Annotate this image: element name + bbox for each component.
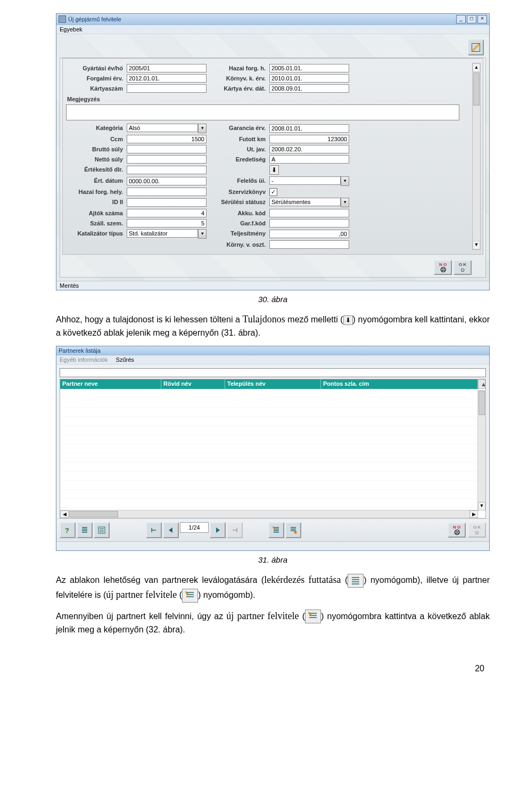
field-kartya-erv[interactable] [269, 84, 349, 93]
scrollbar-left-icon[interactable]: ◀ [60, 510, 69, 518]
menu-szures[interactable]: Szűrés [116, 356, 134, 363]
prev-page-button[interactable] [163, 522, 179, 538]
scrollbar-down-icon[interactable]: ▼ [478, 502, 485, 510]
field-hazaiforg-hely[interactable] [127, 188, 207, 196]
window-maximize[interactable]: □ [467, 15, 476, 23]
field-serulesi[interactable] [269, 198, 341, 206]
label-ertdlr: Értékesítő dlr. [66, 165, 125, 175]
scrollbar-thumb[interactable] [479, 391, 485, 415]
window-title: Új gépjármű felvitele [68, 16, 121, 22]
svg-point-2 [294, 531, 297, 534]
svg-text:?: ? [65, 526, 69, 534]
action-reference-lekerdezes: lekérdezés futtatása [264, 574, 341, 585]
field-ertdatum[interactable] [127, 177, 207, 185]
field-kartyaszam[interactable] [127, 84, 207, 93]
scrollbar-thumb[interactable] [473, 72, 480, 105]
cancel-button[interactable]: N O☹ [448, 523, 466, 538]
chevron-down-icon[interactable]: ▾ [341, 198, 349, 207]
field-id2[interactable] [127, 198, 207, 207]
pager-display: 1/24 [180, 522, 209, 533]
field-ccm[interactable] [127, 135, 207, 143]
chevron-down-icon[interactable]: ▾ [198, 229, 207, 239]
window-close[interactable]: × [477, 15, 487, 23]
checkbox-szervizkonyv[interactable]: ✓ [269, 188, 277, 196]
col-telepules[interactable]: Település név [225, 379, 321, 389]
scrollbar-right-icon[interactable]: ▶ [469, 510, 478, 518]
window-minimize[interactable]: _ [456, 15, 466, 23]
dropdown-lookup-icon: ⬇ [343, 315, 353, 325]
col-pontos-szla[interactable]: Pontos szla. cím [321, 379, 478, 389]
toolbar [60, 37, 486, 58]
edit-partner-button[interactable] [285, 522, 301, 538]
field-hazai-forg-h[interactable] [269, 64, 349, 72]
menu-egyebek[interactable]: Egyebek [60, 26, 83, 33]
window-titlebar[interactable]: Partnerek listája [56, 346, 489, 355]
field-gyartasi[interactable] [127, 64, 207, 72]
field-felelos[interactable] [269, 176, 341, 185]
smile-face-icon: ☺ [459, 267, 465, 273]
field-reference-tulajdonos: Tulajdonos [242, 314, 285, 324]
table-header: Partner neve Rövid név Település név Pon… [60, 379, 485, 389]
field-teljes[interactable] [269, 230, 349, 238]
field-katal[interactable] [127, 229, 198, 238]
window-title: Partnerek listája [59, 347, 101, 354]
field-garancia[interactable] [269, 124, 349, 133]
label-kornyosz: Körny. v. oszt. [209, 240, 267, 249]
chevron-down-icon[interactable]: ▾ [341, 176, 349, 186]
help-button[interactable]: ? [60, 522, 76, 538]
label-kategoria: Kategória [66, 124, 125, 133]
col-rovid-nev[interactable]: Rövid név [161, 379, 225, 389]
field-kornyv-k[interactable] [269, 74, 349, 83]
field-megjegyzes[interactable] [66, 104, 459, 120]
vehicle-entry-window: Új gépjármű felvitele _ □ × Egyebek ▲ [56, 13, 490, 290]
field-szall[interactable] [127, 219, 207, 228]
field-garfkod[interactable] [269, 219, 349, 228]
chevron-down-icon[interactable]: ▾ [198, 124, 207, 133]
label-brutto: Bruttó súly [66, 145, 125, 153]
search-input[interactable] [60, 368, 486, 377]
label-felelos: Felelős üi. [209, 176, 267, 186]
first-page-button[interactable] [146, 522, 162, 538]
label-hazai-forg-h: Hazai forg. h. [209, 64, 267, 72]
menu-egyeb-info[interactable]: Egyéb információk [60, 356, 108, 363]
field-ertdlr[interactable] [127, 166, 207, 174]
table-body[interactable] [60, 390, 478, 510]
field-utjav[interactable] [269, 145, 349, 153]
edit-button[interactable] [468, 39, 484, 55]
field-kategoria[interactable] [127, 124, 198, 132]
scrollbar-thumb[interactable] [69, 511, 118, 517]
field-akku[interactable] [269, 209, 349, 217]
body-text-2: Az ablakon lehetőség van partnerek levál… [56, 573, 490, 603]
ok-button[interactable]: O K☺ [468, 523, 486, 538]
field-forgalmi[interactable] [127, 74, 207, 83]
detail-view-button[interactable] [94, 522, 110, 538]
horizontal-scrollbar[interactable]: ◀ ▶ [60, 510, 478, 518]
search-bar [56, 367, 489, 379]
label-id2: ID II [66, 198, 125, 207]
new-partner-button[interactable] [268, 522, 284, 538]
field-eredetiseg[interactable] [269, 155, 349, 164]
cancel-button[interactable]: N O☹ [434, 260, 452, 275]
field-ajtok[interactable] [127, 209, 207, 217]
scrollbar-down-icon[interactable]: ▼ [473, 241, 480, 249]
last-page-button[interactable] [227, 522, 243, 538]
scrollbar-up-icon[interactable]: ▲ [478, 379, 485, 389]
partner-list-window: Partnerek listája Egyéb információk Szűr… [56, 346, 490, 551]
run-query-button[interactable] [77, 522, 93, 538]
ok-button[interactable]: O K☺ [454, 260, 472, 275]
menu-bar: Egyéb információk Szűrés [56, 355, 489, 364]
col-partner-neve[interactable]: Partner neve [60, 379, 161, 389]
field-futott[interactable] [269, 135, 349, 143]
next-page-button[interactable] [210, 522, 226, 538]
new-partner-icon [182, 589, 198, 603]
field-kornyosz[interactable] [269, 240, 349, 249]
lookup-icon[interactable]: ⬇ [269, 165, 279, 175]
window-titlebar[interactable]: Új gépjármű felvitele _ □ × [56, 14, 489, 25]
field-brutto[interactable] [127, 145, 207, 153]
vertical-scrollbar[interactable]: ▼ [477, 390, 485, 510]
field-netto[interactable] [127, 155, 207, 164]
scrollbar-up-icon[interactable]: ▲ [473, 63, 480, 72]
vertical-scrollbar[interactable]: ▲ ▼ [472, 63, 481, 250]
label-megjegyzes: Megjegyzés [66, 95, 459, 104]
dialog-buttons: N O☹ O K☺ [60, 257, 485, 277]
